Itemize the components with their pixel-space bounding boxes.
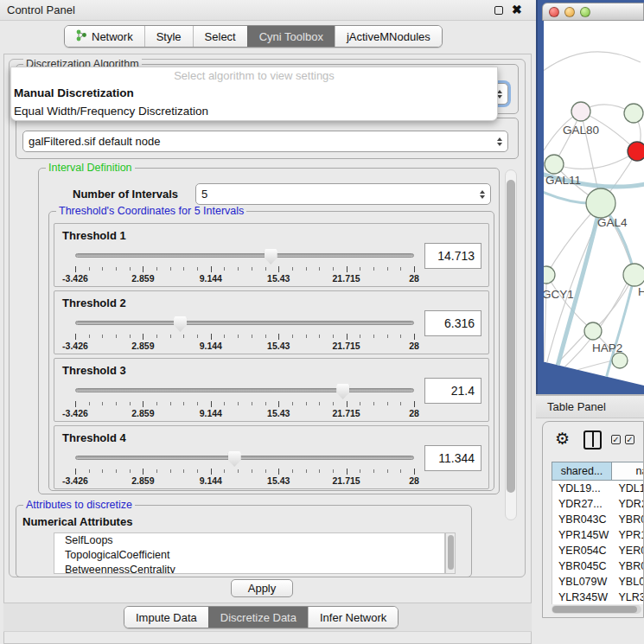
tick-mark	[414, 266, 415, 272]
tab-infer-network[interactable]: Infer Network	[308, 607, 398, 628]
tick-mark	[183, 402, 184, 405]
threshold-slider[interactable]: -3.4262.8599.14415.4321.71528	[75, 381, 414, 419]
tab-cyni-toolbox[interactable]: Cyni Toolbox	[247, 26, 335, 47]
tab-label: Network	[92, 30, 133, 43]
checkbox-icon[interactable]: ✓	[625, 435, 634, 444]
threshold-slider[interactable]: -3.4262.8599.14415.4321.71528	[75, 314, 414, 352]
tick-mark	[183, 469, 184, 473]
slider-ticks	[75, 401, 414, 408]
slider-track[interactable]	[75, 388, 414, 392]
close-icon[interactable]: ✖	[512, 3, 522, 16]
table-data-combo[interactable]: galFiltered.sif default node	[22, 131, 508, 152]
slider-track[interactable]	[75, 456, 414, 460]
network-node[interactable]	[571, 102, 590, 121]
network-node[interactable]	[586, 188, 615, 218]
tick-label: 2.859	[131, 341, 154, 351]
tab-jactivemnodules[interactable]: jActiveMNodules	[335, 26, 442, 47]
slider-thumb-icon[interactable]	[336, 384, 349, 399]
table-row[interactable]: YER054CYER0	[552, 543, 644, 558]
numerical-attributes-list[interactable]: SelfLoopsTopologicalCoefficientBetweenne…	[54, 532, 445, 574]
table-panel: ⚙ ✓ ✓ shared...na YDL19...YDL1YDR27...YD…	[542, 421, 644, 618]
table-column-header[interactable]: shared...	[552, 462, 612, 481]
threshold-slider[interactable]: -3.4262.8599.14415.4321.71528	[75, 449, 414, 487]
slider-track[interactable]	[75, 321, 414, 325]
table-row[interactable]: YBR045CYBR0	[552, 558, 644, 574]
tick-mark	[278, 266, 279, 272]
checkbox-icon[interactable]: ✓	[611, 435, 621, 444]
tab-label: Style	[156, 30, 182, 43]
tick-label: 21.715	[333, 341, 360, 351]
tick-mark	[387, 335, 388, 338]
apply-button[interactable]: Apply	[231, 579, 293, 597]
settings-scrollbar-thumb[interactable]	[507, 180, 515, 493]
tick-mark	[319, 402, 320, 405]
popup-item-manual[interactable]: Manual Discretization	[11, 84, 497, 102]
slider-thumb-icon[interactable]	[174, 316, 187, 332]
threshold-value-field[interactable]: 6.316	[424, 310, 481, 336]
slider-thumb-icon[interactable]	[265, 249, 277, 265]
attribute-item[interactable]: SelfLoops	[54, 533, 444, 548]
tick-mark	[143, 334, 143, 340]
attribute-item[interactable]: TopologicalCoefficient	[54, 548, 444, 563]
gear-icon[interactable]: ⚙	[555, 429, 570, 449]
threshold-value-field[interactable]: 21.4	[424, 378, 481, 404]
numerical-attributes-label: Numerical Attributes	[22, 515, 132, 528]
tick-mark	[387, 402, 388, 405]
network-node[interactable]	[545, 155, 564, 174]
tick-mark	[373, 402, 374, 405]
tab-network[interactable]: Network	[65, 26, 144, 47]
network-node-label: GAL11	[545, 174, 581, 187]
table-hscrollbar[interactable]	[552, 605, 641, 614]
table-row[interactable]: YBL079WYBL0	[552, 574, 644, 590]
tick-mark	[265, 335, 266, 338]
slider-ticks	[75, 469, 414, 475]
mac-zoom-icon[interactable]	[580, 7, 590, 17]
popup-item-equal-width[interactable]: Equal Width/Frequency Discretization	[11, 102, 497, 120]
mac-close-icon[interactable]	[549, 7, 559, 17]
network-window-titlebar	[542, 3, 644, 21]
slider-track[interactable]	[75, 253, 414, 258]
table-row[interactable]: YPR145WYPR1	[552, 527, 644, 543]
mac-minimize-icon[interactable]	[564, 7, 575, 17]
network-node[interactable]	[623, 264, 644, 286]
tick-mark	[89, 402, 90, 405]
tick-label: -3.426	[62, 341, 88, 351]
attributes-group-label: Attributes to discretize	[23, 499, 135, 511]
tab-impute-data[interactable]: Impute Data	[124, 607, 208, 628]
network-node[interactable]	[584, 322, 602, 340]
attribute-item[interactable]: BetweennessCentrality	[54, 563, 444, 574]
tick-mark	[156, 469, 157, 473]
table-row[interactable]: YDR27...YDR2	[552, 496, 644, 512]
slider-thumb-icon[interactable]	[228, 451, 241, 467]
tick-mark	[292, 267, 293, 271]
threshold-panel: Threshold 4-3.4262.8599.14415.4321.71528…	[54, 425, 489, 489]
attributes-scrollbar[interactable]	[445, 532, 456, 574]
tick-mark	[333, 335, 334, 338]
number-of-intervals-combo[interactable]: 5	[195, 183, 491, 205]
tick-label: 21.715	[333, 273, 360, 284]
table-rows: YDL19...YDL1YDR27...YDR2YBR043CYBR0YPR14…	[552, 481, 644, 604]
split-columns-icon[interactable]	[583, 430, 602, 450]
algorithm-dropdown-popup: Select algorithm to view settings Manual…	[10, 67, 498, 121]
network-node[interactable]	[624, 104, 643, 123]
table-column-header[interactable]: na	[612, 462, 644, 481]
table-row[interactable]: YBR043CYBR0	[552, 512, 644, 527]
network-graph: GAL80GAL11GAL4GCY1HHAP2	[544, 21, 644, 386]
tab-select[interactable]: Select	[193, 26, 247, 47]
tick-mark	[89, 267, 90, 271]
table-row[interactable]: YLR345WYLR3	[552, 590, 644, 604]
network-canvas[interactable]: GAL80GAL11GAL4GCY1HHAP2	[544, 21, 644, 386]
tab-discretize-data[interactable]: Discretize Data	[208, 607, 308, 628]
network-node[interactable]	[628, 142, 644, 161]
table-cell: YBL079W	[552, 574, 613, 590]
tick-mark	[143, 266, 143, 272]
tab-style[interactable]: Style	[144, 26, 193, 47]
threshold-slider[interactable]: -3.4262.8599.14415.4321.71528	[75, 246, 414, 284]
network-node[interactable]	[544, 266, 555, 284]
table-row[interactable]: YDL19...YDL1	[552, 481, 644, 496]
threshold-value-field[interactable]: 11.344	[424, 445, 481, 471]
network-node[interactable]	[612, 353, 628, 368]
float-window-icon[interactable]	[494, 6, 503, 15]
tick-mark	[211, 266, 212, 272]
threshold-value-field[interactable]: 14.713	[424, 243, 481, 269]
